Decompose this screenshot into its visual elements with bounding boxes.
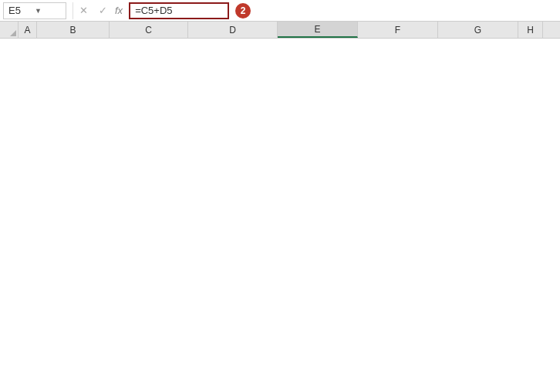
formula-bar-icons: ✕ ✓ (79, 5, 107, 16)
col-header-D[interactable]: D (188, 22, 278, 38)
chevron-down-icon[interactable]: ▼ (35, 7, 61, 15)
col-header-F[interactable]: F (358, 22, 438, 38)
annotation-callout-2: 2 (235, 3, 251, 19)
col-header-B[interactable]: B (37, 22, 110, 38)
column-headers: A B C D E F G H (19, 22, 560, 39)
col-header-G[interactable]: G (438, 22, 518, 38)
fx-label[interactable]: fx (115, 5, 123, 16)
col-header-A[interactable]: A (19, 22, 37, 38)
formula-input[interactable]: =C5+D5 (129, 2, 229, 19)
col-header-C[interactable]: C (110, 22, 188, 38)
col-header-H[interactable]: H (518, 22, 543, 38)
check-icon[interactable]: ✓ (99, 5, 107, 16)
name-box-value: E5 (8, 5, 35, 16)
formula-text: =C5+D5 (135, 5, 172, 16)
select-all-corner[interactable] (0, 22, 19, 39)
formula-bar: E5 ▼ ✕ ✓ fx =C5+D5 2 (0, 0, 560, 22)
spreadsheet-area: A B C D E F G H 1 2 3 4 5 6 7 8 9 10 11 … (0, 22, 560, 39)
col-header-E[interactable]: E (278, 22, 358, 38)
separator (73, 2, 73, 19)
name-box[interactable]: E5 ▼ (3, 2, 66, 19)
cancel-icon[interactable]: ✕ (79, 5, 88, 16)
